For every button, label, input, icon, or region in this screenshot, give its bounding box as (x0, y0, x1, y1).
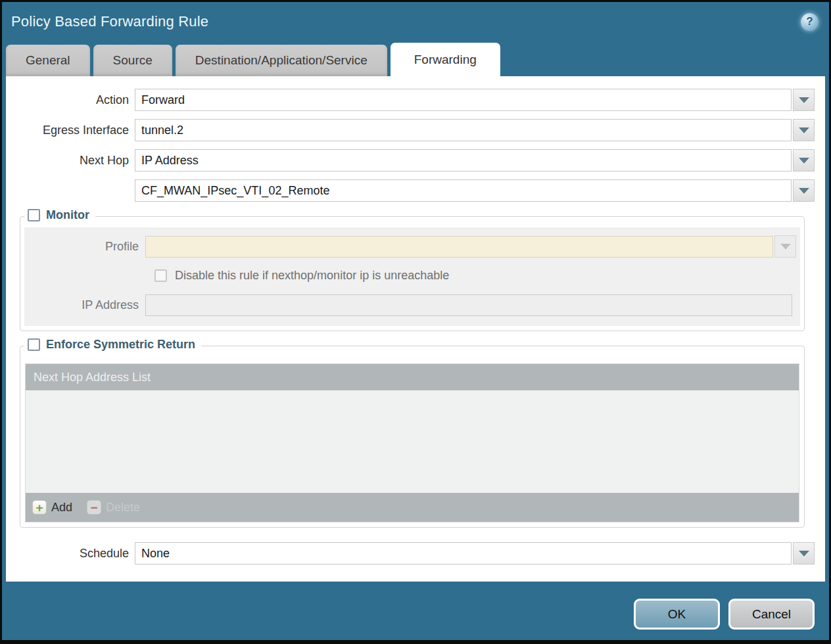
delete-button: − Delete (87, 500, 140, 515)
disable-rule-label: Disable this rule if nexthop/monitor ip … (175, 269, 449, 283)
tab-forwarding[interactable]: Forwarding (391, 43, 500, 76)
help-icon[interactable]: ? (801, 13, 819, 31)
chevron-down-icon (799, 97, 809, 103)
add-button-label: Add (51, 501, 72, 515)
schedule-row: Schedule (6, 542, 815, 564)
add-button[interactable]: + Add (32, 500, 72, 515)
action-input[interactable] (135, 89, 792, 111)
egress-interface-dropdown-button[interactable] (793, 119, 815, 141)
monitor-disabled-panel: Profile Disable this rule if nexthop/mon… (24, 227, 800, 326)
next-hop-address-list-header: Next Hop Address List (26, 364, 799, 390)
monitor-section-title: Monitor (46, 208, 89, 222)
enforce-symmetric-return-checkbox[interactable] (28, 338, 40, 351)
tab-destination-application-service[interactable]: Destination/Application/Service (176, 45, 387, 76)
tab-general-label: General (26, 53, 70, 68)
monitor-ip-address-input[interactable] (145, 294, 792, 316)
next-hop-type-input[interactable] (135, 149, 792, 172)
enforce-symmetric-return-section: Enforce Symmetric Return Next Hop Addres… (20, 346, 805, 528)
enforce-symmetric-return-title: Enforce Symmetric Return (46, 338, 195, 352)
tab-destination-label: Destination/Application/Service (195, 53, 368, 68)
action-row: Action (6, 89, 815, 111)
tab-forwarding-label: Forwarding (414, 53, 477, 67)
next-hop-row: Next Hop (6, 149, 815, 172)
dialog-footer: OK Cancel (2, 582, 829, 640)
monitor-legend: Monitor (24, 208, 95, 222)
cancel-button[interactable]: Cancel (728, 599, 815, 630)
tab-general[interactable]: General (6, 45, 90, 76)
chevron-down-icon (799, 188, 809, 194)
chevron-down-icon (799, 158, 809, 164)
chevron-down-icon (799, 127, 809, 133)
schedule-input[interactable] (135, 542, 792, 564)
action-label: Action (6, 93, 135, 107)
dialog-titlebar: Policy Based Forwarding Rule ? (2, 2, 829, 41)
next-hop-address-list-header-label: Next Hop Address List (34, 371, 151, 384)
chevron-down-icon (799, 551, 809, 557)
pbf-rule-dialog: Policy Based Forwarding Rule ? General S… (0, 0, 831, 644)
disable-rule-row: Disable this rule if nexthop/monitor ip … (154, 269, 796, 283)
profile-dropdown-button (774, 235, 796, 258)
ok-button[interactable]: OK (634, 599, 720, 630)
plus-icon: + (32, 500, 47, 515)
next-hop-address-list-body[interactable] (26, 390, 799, 493)
schedule-dropdown-button[interactable] (793, 542, 815, 564)
monitor-ip-address-label: IP Address (24, 298, 145, 312)
profile-row: Profile (24, 235, 796, 258)
forwarding-tab-panel: Action Egress Interface Next Hop (6, 76, 825, 582)
tab-source[interactable]: Source (93, 45, 172, 76)
schedule-label: Schedule (6, 547, 135, 561)
profile-input[interactable] (145, 236, 773, 258)
disable-rule-checkbox[interactable] (154, 269, 167, 282)
next-hop-type-dropdown-button[interactable] (793, 149, 815, 172)
tab-source-label: Source (113, 53, 153, 68)
egress-interface-row: Egress Interface (6, 119, 815, 141)
next-hop-address-row (6, 179, 815, 202)
minus-icon: − (87, 500, 101, 515)
profile-label: Profile (24, 240, 145, 254)
next-hop-address-list-toolbar: + Add − Delete (26, 493, 799, 522)
monitor-ip-address-row: IP Address (24, 294, 796, 316)
egress-interface-input[interactable] (135, 119, 792, 141)
monitor-checkbox[interactable] (28, 209, 40, 221)
monitor-section: Monitor Profile Disable this rule if nex… (20, 216, 805, 331)
delete-button-label: Delete (106, 501, 140, 515)
tab-bar: General Source Destination/Application/S… (2, 41, 829, 76)
dialog-title: Policy Based Forwarding Rule (11, 13, 801, 30)
next-hop-label: Next Hop (6, 154, 135, 168)
enforce-symmetric-return-legend: Enforce Symmetric Return (24, 338, 201, 352)
next-hop-address-dropdown-button[interactable] (793, 179, 815, 202)
next-hop-address-input[interactable] (135, 179, 792, 202)
next-hop-address-list-table: Next Hop Address List + Add − Delete (25, 363, 799, 522)
egress-interface-label: Egress Interface (6, 124, 135, 137)
chevron-down-icon (780, 244, 791, 250)
action-dropdown-button[interactable] (793, 89, 815, 111)
